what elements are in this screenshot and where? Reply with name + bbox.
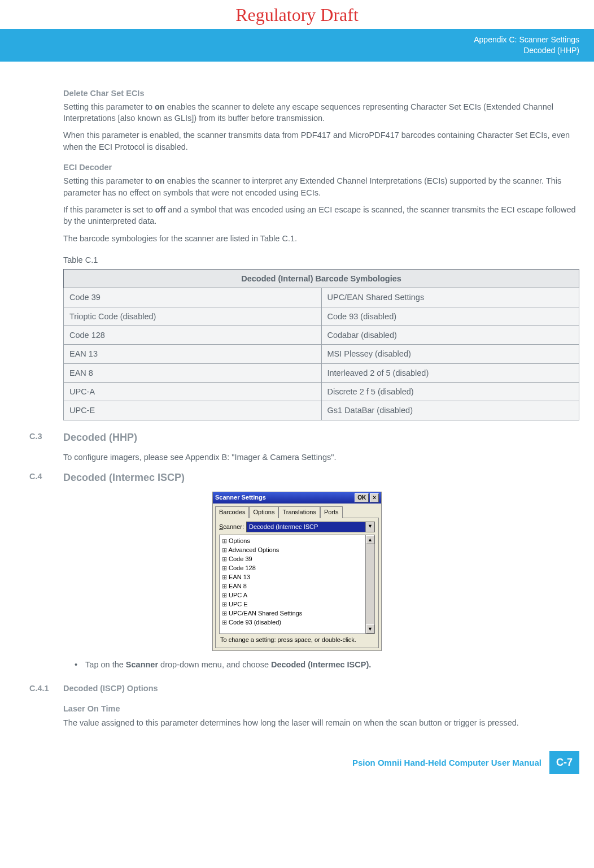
scrollbar[interactable]: ▲ ▼ (365, 535, 374, 633)
settings-tree[interactable]: Options Advanced Options Code 39 Code 12… (219, 535, 375, 634)
table-cell: Trioptic Code (disabled) (64, 307, 322, 326)
screenshot-titlebar: Scanner Settings OK × (213, 492, 381, 504)
page-number: C-7 (549, 751, 579, 774)
heading-laser-on-time: Laser On Time (63, 703, 579, 714)
table-cell: Codabar (disabled) (321, 326, 579, 345)
page-footer: Psion Omnii Hand-Held Computer User Manu… (0, 734, 594, 788)
paragraph: The barcode symbologies for the scanner … (63, 233, 579, 244)
section-number-c3: C.3 (29, 431, 42, 442)
tree-item[interactable]: Code 128 (222, 563, 365, 572)
table-cell: Code 128 (64, 326, 322, 345)
header-section: Decoded (HHP) (0, 45, 579, 56)
screenshot-title: Scanner Settings (215, 493, 266, 502)
paragraph: Setting this parameter to on enables the… (63, 101, 579, 124)
close-button[interactable]: × (370, 493, 379, 502)
table-cell: UPC-E (64, 401, 322, 420)
table-cell: Discrete 2 f 5 (disabled) (321, 382, 579, 401)
scanner-label: Scanner: (219, 523, 244, 531)
ok-button[interactable]: OK (355, 493, 369, 502)
tree-item[interactable]: Code 93 (disabled) (222, 618, 365, 627)
tab-translations[interactable]: Translations (278, 506, 320, 518)
tree-item[interactable]: Advanced Options (222, 545, 365, 554)
table-cell: UPC-A (64, 382, 322, 401)
paragraph: The value assigned to this parameter det… (63, 717, 579, 728)
tree-item[interactable]: UPC E (222, 600, 365, 609)
heading-decoded-hhp: Decoded (HHP) (63, 431, 579, 445)
table-header: Decoded (Internal) Barcode Symbologies (64, 270, 579, 288)
dropdown-arrow-icon[interactable]: ▼ (365, 522, 374, 532)
scanner-dropdown[interactable]: Decoded (Intermec ISCP ▼ (246, 522, 375, 532)
tree-item[interactable]: EAN 8 (222, 581, 365, 591)
tree-item[interactable]: Code 39 (222, 554, 365, 563)
header-appendix: Appendix C: Scanner Settings (0, 34, 579, 45)
tab-options[interactable]: Options (249, 506, 278, 518)
scanner-settings-screenshot: Scanner Settings OK × Barcodes Options T… (212, 492, 382, 651)
symbologies-table: Decoded (Internal) Barcode Symbologies C… (63, 269, 579, 420)
tree-item[interactable]: EAN 13 (222, 572, 365, 581)
table-cell: MSI Plessey (disabled) (321, 345, 579, 363)
tab-barcodes[interactable]: Barcodes (215, 506, 249, 518)
scanner-dropdown-value: Decoded (Intermec ISCP (247, 522, 365, 532)
table-cell: UPC/EAN Shared Settings (321, 288, 579, 307)
table-cell: Code 39 (64, 288, 322, 307)
paragraph: When this parameter is enabled, the scan… (63, 129, 579, 153)
table-cell: Interleaved 2 of 5 (disabled) (321, 363, 579, 382)
tab-ports[interactable]: Ports (320, 506, 343, 518)
scroll-down-icon[interactable]: ▼ (366, 624, 374, 633)
paragraph: To configure imagers, please see Appendi… (63, 452, 579, 463)
instruction-bullet: Tap on the Scanner drop-down menu, and c… (75, 659, 579, 670)
heading-decoded-iscp-options: Decoded (ISCP) Options (63, 683, 579, 694)
paragraph: If this parameter is set to off and a sy… (63, 204, 579, 227)
table-caption: Table C.1 (63, 254, 579, 266)
table-cell: EAN 8 (64, 363, 322, 382)
tree-item[interactable]: UPC/EAN Shared Settings (222, 609, 365, 618)
heading-eci-decoder: ECI Decoder (63, 162, 579, 173)
header-band: Appendix C: Scanner Settings Decoded (HH… (0, 29, 594, 62)
regulatory-draft-watermark: Regulatory Draft (0, 0, 594, 29)
footer-manual-title: Psion Omnii Hand-Held Computer User Manu… (352, 757, 541, 769)
screenshot-tabs: Barcodes Options Translations Ports (213, 504, 381, 517)
tree-item[interactable]: Options (222, 536, 365, 545)
table-cell: Gs1 DataBar (disabled) (321, 401, 579, 420)
heading-decoded-intermec-iscp: Decoded (Intermec ISCP) (63, 471, 579, 485)
table-cell: Code 93 (disabled) (321, 307, 579, 326)
table-cell: EAN 13 (64, 345, 322, 363)
scroll-up-icon[interactable]: ▲ (366, 535, 374, 544)
heading-delete-char-set-ecis: Delete Char Set ECIs (63, 88, 579, 99)
tree-item[interactable]: UPC A (222, 591, 365, 600)
paragraph: Setting this parameter to on enables the… (63, 175, 579, 198)
section-number-c4: C.4 (29, 471, 42, 482)
hint-text: To change a setting: press space, or dou… (219, 634, 375, 644)
section-number-c41: C.4.1 (29, 683, 49, 694)
